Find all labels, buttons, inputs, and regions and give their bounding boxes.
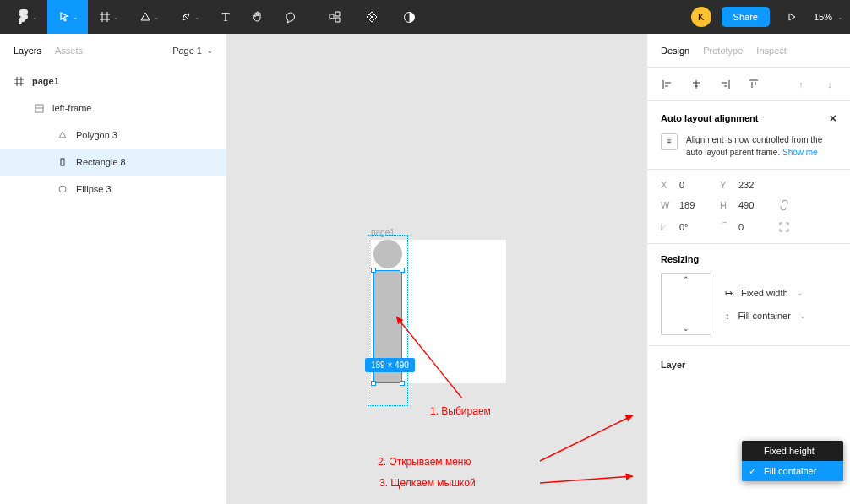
distribute-v-button[interactable]: ↑ xyxy=(794,78,808,91)
h-value[interactable]: 490 xyxy=(738,200,772,210)
text-icon: T xyxy=(219,10,232,24)
fill-container-icon: ↕ xyxy=(725,311,730,321)
ellipse-icon xyxy=(57,184,68,194)
canvas[interactable]: page1 189 × 490 1. Выбираем 2. Открываем… xyxy=(227,34,646,504)
width-resize-label: Fixed width xyxy=(741,288,788,298)
assets-tab[interactable]: Assets xyxy=(55,46,83,56)
close-hint-button[interactable]: × xyxy=(830,111,836,125)
layer-page1[interactable]: page1 xyxy=(0,68,226,95)
corner-value[interactable]: 0 xyxy=(738,222,772,232)
svg-line-4 xyxy=(396,317,462,398)
mask-button[interactable] xyxy=(360,0,384,34)
cursor-icon xyxy=(57,10,71,24)
comment-tool-button[interactable] xyxy=(274,0,306,34)
align-row: ↑ ↓ xyxy=(647,68,850,101)
hand-icon xyxy=(251,10,264,24)
layer-polygon3[interactable]: Polygon 3 xyxy=(0,122,226,149)
hand-tool-button[interactable] xyxy=(242,0,274,34)
annotation-arrows xyxy=(227,34,646,504)
comment-icon xyxy=(283,10,297,24)
diamond-icon xyxy=(365,10,379,24)
layer-ellipse3[interactable]: Ellipse 3 xyxy=(0,176,226,203)
layer-label: page1 xyxy=(32,76,59,86)
height-resize-option[interactable]: ↕ Fill container ⌄ xyxy=(725,311,806,321)
transform-properties: X 0 Y 232 W 189 H 490 ⟀ 0° ⌒ 0 xyxy=(647,180,850,243)
present-button[interactable] xyxy=(780,0,804,34)
boolean-button[interactable] xyxy=(397,0,421,34)
component-button[interactable] xyxy=(323,0,346,34)
y-label: Y xyxy=(720,180,732,190)
design-tab[interactable]: Design xyxy=(661,46,689,56)
pen-tool-button[interactable]: ⌄ xyxy=(169,0,210,34)
layer-label: Rectangle 8 xyxy=(76,157,126,167)
move-tool-button[interactable]: ⌄ xyxy=(47,0,88,34)
rotation-value[interactable]: 0° xyxy=(679,222,713,232)
svg-line-5 xyxy=(540,415,633,461)
show-me-link[interactable]: Show me xyxy=(782,148,818,157)
link-wh-button[interactable] xyxy=(779,198,799,212)
align-left-button[interactable] xyxy=(661,78,674,91)
frame-icon xyxy=(98,10,112,24)
layer-label: Polygon 3 xyxy=(76,130,117,140)
frame-icon xyxy=(14,76,24,86)
svg-point-3 xyxy=(59,186,66,192)
annotation-1: 1. Выбираем xyxy=(430,405,491,417)
align-hcenter-button[interactable] xyxy=(689,78,703,91)
resizing-preview-box[interactable] xyxy=(661,273,711,335)
right-panel: Design Prototype Inspect ↑ ↓ Auto layout… xyxy=(646,34,850,504)
play-icon xyxy=(785,10,798,24)
rotation-label: ⟀ xyxy=(661,222,673,232)
share-button[interactable]: Share xyxy=(722,7,770,27)
figma-logo-icon xyxy=(17,10,30,24)
h-label: H xyxy=(720,200,732,210)
y-value[interactable]: 232 xyxy=(738,180,772,190)
layer-label: left-frame xyxy=(52,103,91,113)
figma-menu-button[interactable]: ⌄ xyxy=(7,0,47,34)
hint-text: Alignment is now controlled from the aut… xyxy=(686,133,836,159)
hint-icon: ≡ xyxy=(661,133,678,150)
height-resize-dropdown: Fixed height Fill container xyxy=(742,441,843,481)
prototype-tab[interactable]: Prototype xyxy=(703,46,743,56)
distribute-h-button[interactable]: ↓ xyxy=(823,78,836,91)
resizing-section: Resizing ↦ Fixed width ⌄ ↕ Fill containe… xyxy=(647,244,850,346)
left-panel: Layers Assets Page 1 ⌄ page1 left-frame … xyxy=(0,34,227,504)
zoom-value: 15% xyxy=(814,12,832,22)
top-toolbar: ⌄ ⌄ ⌄ ⌄ ⌄ T xyxy=(0,0,850,34)
polygon-icon xyxy=(57,130,68,140)
auto-layout-title: Auto layout alignment xyxy=(661,113,759,123)
independent-corners-button[interactable] xyxy=(779,222,799,232)
half-circle-icon xyxy=(402,10,416,24)
fixed-width-icon: ↦ xyxy=(725,288,733,299)
layer-left-frame[interactable]: left-frame xyxy=(0,95,226,122)
layer-label: Ellipse 3 xyxy=(76,184,112,194)
auto-layout-hint-section: Auto layout alignment × ≡ Alignment is n… xyxy=(647,101,850,170)
shape-tool-button[interactable]: ⌄ xyxy=(128,0,169,34)
frame-tool-button[interactable]: ⌄ xyxy=(88,0,128,34)
annotation-2: 2. Открываем меню xyxy=(378,456,471,468)
align-top-button[interactable] xyxy=(747,78,760,91)
text-tool-button[interactable]: T xyxy=(210,0,242,34)
user-avatar[interactable]: K xyxy=(691,7,711,27)
zoom-control[interactable]: 15% ⌄ xyxy=(814,12,843,22)
layer-section-title: Layer xyxy=(647,346,850,383)
component-icon xyxy=(328,10,341,24)
dropdown-option-fill-container[interactable]: Fill container xyxy=(742,461,843,481)
layers-tab[interactable]: Layers xyxy=(14,46,41,56)
layer-rectangle8[interactable]: Rectangle 8 xyxy=(0,149,226,176)
page-selector[interactable]: Page 1 ⌄ xyxy=(172,46,213,56)
page-selector-label: Page 1 xyxy=(172,46,202,56)
corner-label: ⌒ xyxy=(720,220,732,233)
w-label: W xyxy=(661,200,673,210)
inspect-tab[interactable]: Inspect xyxy=(756,46,786,56)
pen-icon xyxy=(179,10,193,24)
w-value[interactable]: 189 xyxy=(679,200,713,210)
height-resize-label: Fill container xyxy=(738,311,791,321)
width-resize-option[interactable]: ↦ Fixed width ⌄ xyxy=(725,288,806,299)
svg-line-6 xyxy=(540,476,633,483)
rect-icon xyxy=(57,157,68,167)
dropdown-option-fixed-height[interactable]: Fixed height xyxy=(742,441,843,461)
align-right-button[interactable] xyxy=(718,78,732,91)
svg-rect-2 xyxy=(61,159,64,165)
triangle-icon xyxy=(139,10,152,24)
x-value[interactable]: 0 xyxy=(679,180,713,190)
